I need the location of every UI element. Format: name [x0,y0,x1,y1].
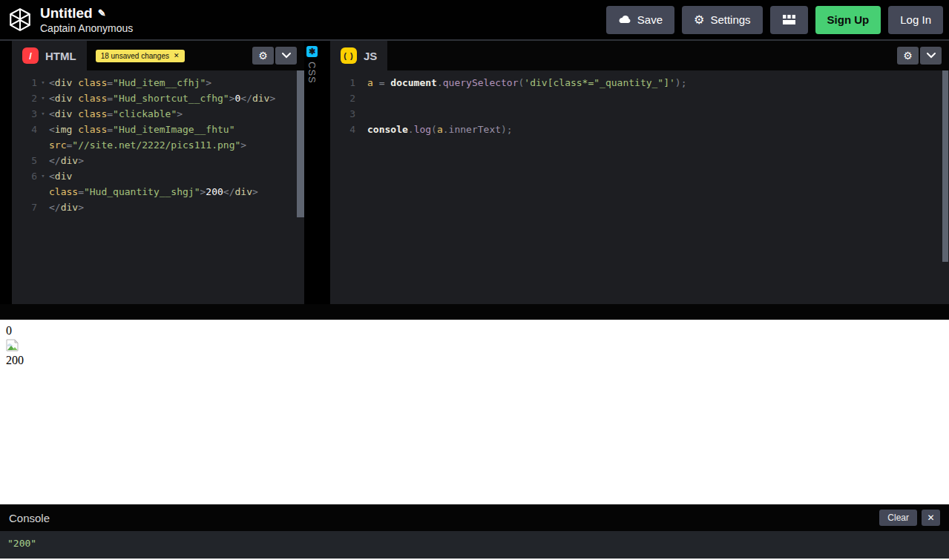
console-clear-button[interactable]: Clear [879,510,917,526]
code-text [367,106,949,122]
js-editor-pane: ( ) JS ⚙ 1a = document.querySelector('di… [330,41,949,304]
login-button[interactable]: Log In [888,6,943,34]
layout-view-icon [782,14,796,25]
fold-toggle-icon [355,90,367,106]
html-code-editor[interactable]: 1▾<div class="Hud_item__cfhj">2▾<div cla… [12,70,304,304]
css-processor-icon[interactable]: ✱ [306,46,318,57]
fold-toggle-icon [355,106,367,122]
code-text: <img class="Hud_itemImage__fhtu" [49,122,304,137]
html-lang-icon: / [22,47,39,64]
code-text: </div> [49,153,304,168]
tab-js[interactable]: ( ) JS [330,41,387,70]
line-number: 3 [12,106,37,122]
line-number: 6 [12,168,37,184]
code-line: 1▾<div class="Hud_item__cfhj"> [12,75,304,90]
save-button[interactable]: Save [606,6,674,34]
fold-toggle-icon[interactable]: ▾ [37,90,49,106]
js-code-editor[interactable]: 1a = document.querySelector('div[class*=… [330,70,949,304]
preview-quantity-value: 200 [6,353,943,368]
fold-toggle-icon [37,137,49,153]
editor-section: / HTML 18 unsaved changes ✕ ⚙ 1▾<div cla… [0,41,949,304]
tab-html[interactable]: / HTML [12,41,87,70]
code-text: console.log(a.innerText); [367,122,949,137]
fold-toggle-icon [355,75,367,90]
html-editor-pane: / HTML 18 unsaved changes ✕ ⚙ 1▾<div cla… [12,41,304,304]
line-number [12,184,37,200]
signup-button[interactable]: Sign Up [815,6,881,34]
broken-image-icon [6,339,19,352]
line-number: 4 [12,122,37,137]
js-pane-header: ( ) JS ⚙ [330,41,949,70]
console-output: "200" [0,531,949,559]
tab-css[interactable]: CSS [306,62,318,84]
top-header: Untitled ✎ Captain Anonymous Save ⚙ Sett… [0,0,949,41]
code-line: class="Hud_quantity__shgj">200</div> [12,184,304,200]
code-text: <div class="Hud_item__cfhj"> [49,75,304,90]
code-text: <div class="Hud_shortcut__cfhg">0</div> [49,90,304,106]
settings-button[interactable]: ⚙ Settings [682,6,763,34]
layout-view-button[interactable] [770,6,808,34]
cloud-icon [618,15,631,24]
code-line: 3 [330,106,949,122]
code-line: 6▾<div [12,168,304,184]
chevron-down-icon [927,53,936,59]
console-close-button[interactable]: ✕ [922,510,940,526]
code-text: class="Hud_quantity__shgj">200</div> [49,184,304,200]
js-lang-icon: ( ) [341,47,357,64]
code-line: 4console.log(a.innerText); [330,122,949,137]
gear-icon: ⚙ [258,50,268,61]
fold-toggle-icon[interactable]: ▾ [37,75,49,90]
html-editor-scrollbar[interactable] [297,70,304,217]
console-log-entry: "200" [7,538,942,549]
code-text: <div [49,168,304,184]
codepen-cube-icon[interactable] [7,7,33,33]
js-settings-button[interactable]: ⚙ [897,47,919,65]
code-line: 4<img class="Hud_itemImage__fhtu" [12,122,304,137]
line-number: 2 [330,90,355,106]
preview-shortcut-value: 0 [6,323,943,338]
fold-toggle-icon [37,153,49,168]
fold-toggle-icon [355,122,367,137]
pen-title: Untitled [40,5,93,22]
css-collapsed-strip: ✱ CSS [304,41,330,304]
line-number: 3 [330,106,355,122]
close-icon: ✕ [927,513,934,523]
code-line: 5</div> [12,153,304,168]
line-number: 4 [330,122,355,137]
code-text: </div> [49,200,304,215]
code-line: 1a = document.querySelector('div[class*=… [330,75,949,90]
close-icon[interactable]: ✕ [174,52,180,59]
html-pane-header: / HTML 18 unsaved changes ✕ ⚙ [12,41,304,70]
console-header: Console Clear ✕ [0,504,949,531]
pencil-icon[interactable]: ✎ [98,5,106,22]
js-collapse-button[interactable] [920,47,942,65]
code-line: 3▾<div class="clickable"> [12,106,304,122]
gear-icon: ⚙ [694,14,704,26]
unsaved-changes-badge[interactable]: 18 unsaved changes ✕ [96,50,185,62]
fold-toggle-icon[interactable]: ▾ [37,106,49,122]
editors-preview-divider[interactable] [0,304,949,320]
js-tab-label: JS [364,50,377,62]
html-collapse-button[interactable] [275,47,297,65]
code-line: 7</div> [12,200,304,215]
code-text: src="//site.net/2222/pics111.png"> [49,137,304,153]
pen-title-block: Untitled ✎ Captain Anonymous [40,5,133,35]
fold-toggle-icon[interactable]: ▾ [37,168,49,184]
console-title: Console [9,512,50,524]
code-text: <div class="clickable"> [49,106,304,122]
gear-icon: ⚙ [903,50,913,61]
unsaved-changes-text: 18 unsaved changes [101,52,169,60]
pen-author: Captain Anonymous [40,22,133,35]
code-line: 2 [330,90,949,106]
fold-toggle-icon [37,184,49,200]
line-number: 1 [330,75,355,90]
code-line: src="//site.net/2222/pics111.png"> [12,137,304,153]
line-number: 2 [12,90,37,106]
js-editor-scrollbar[interactable] [942,70,948,262]
result-preview: 0 200 [0,320,949,504]
fold-toggle-icon [37,122,49,137]
line-number: 5 [12,153,37,168]
html-settings-button[interactable]: ⚙ [252,47,274,65]
fold-toggle-icon [37,200,49,215]
code-text [367,90,949,106]
